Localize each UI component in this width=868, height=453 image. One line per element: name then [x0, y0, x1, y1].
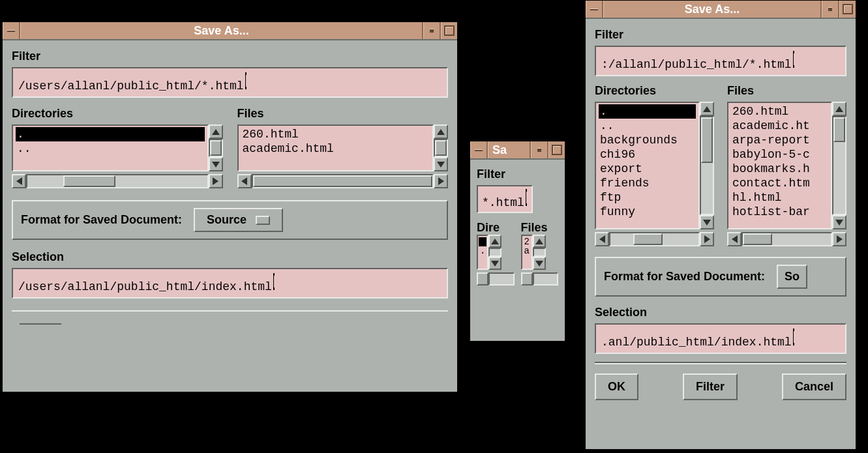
scroll-right-icon[interactable] — [434, 174, 448, 188]
list-item[interactable]: .. — [16, 141, 205, 156]
list-item[interactable]: funny — [599, 205, 696, 219]
files-hscroll[interactable] — [237, 174, 449, 188]
selection-label: Selection — [595, 306, 846, 319]
window-menu-icon[interactable] — [3, 22, 20, 39]
minimize-icon[interactable] — [423, 22, 441, 39]
list-item[interactable]: bookmarks.h — [731, 162, 828, 176]
filter-label: Filter — [477, 168, 558, 181]
scroll-down-icon[interactable] — [533, 257, 546, 270]
window-menu-icon[interactable] — [586, 1, 603, 18]
directories-list[interactable]: ...backgroundschi96exportfriendsftpfunny — [595, 102, 700, 229]
window-title: Sa — [488, 141, 531, 158]
format-dropdown[interactable]: So — [777, 265, 807, 289]
scroll-up-icon[interactable] — [488, 235, 501, 248]
filter-input[interactable]: :/allanl/public_html/*.html — [595, 46, 846, 76]
window-menu-icon[interactable] — [470, 141, 488, 158]
files-vscroll[interactable] — [434, 124, 448, 171]
files-vscroll[interactable] — [832, 102, 846, 229]
scroll-down-icon[interactable] — [832, 215, 846, 229]
maximize-icon[interactable] — [548, 141, 565, 158]
scroll-left-icon[interactable] — [477, 272, 488, 285]
files-label: Files — [727, 84, 846, 98]
files-list[interactable]: 260.htmlacademic.htarpa-reportbabylon-5-… — [727, 102, 832, 229]
list-item[interactable]: backgrounds — [599, 133, 696, 147]
ok-button[interactable]: OK — [595, 373, 638, 400]
list-item[interactable]: babylon-5-c — [731, 147, 828, 162]
files-label: Files — [521, 221, 559, 235]
selection-input[interactable]: .anl/public_html/index.html — [595, 323, 846, 354]
scroll-up-icon[interactable] — [832, 102, 846, 116]
list-item[interactable]: arpa-report — [731, 133, 828, 147]
directories-label: Dire — [477, 221, 515, 235]
selection-input[interactable]: /users/allanl/public_html/index.html — [12, 268, 448, 299]
filter-button[interactable]: Filter — [683, 373, 738, 400]
scroll-up-icon[interactable] — [434, 124, 448, 139]
directories-label: Directories — [595, 84, 714, 98]
scroll-left-icon[interactable] — [727, 232, 741, 246]
format-label: Format for Saved Document: — [21, 213, 182, 227]
list-item[interactable]: 260.html — [731, 104, 828, 119]
list-item[interactable]: academic.ht — [731, 119, 828, 133]
files-hscroll[interactable] — [727, 232, 846, 246]
scroll-left-icon[interactable] — [237, 174, 252, 188]
list-item[interactable]: 260.html — [241, 127, 430, 141]
list-item[interactable]: hotlist-bar — [731, 205, 828, 219]
minimize-icon[interactable] — [822, 1, 839, 18]
format-value: So — [785, 270, 800, 284]
files-label: Files — [237, 107, 449, 121]
scroll-left-icon[interactable] — [12, 174, 26, 188]
files-list[interactable]: 2 a — [521, 235, 533, 270]
scroll-right-icon[interactable] — [700, 232, 714, 246]
directories-hscroll[interactable] — [12, 174, 223, 188]
directories-list[interactable]: ... — [12, 124, 209, 171]
files-hscroll[interactable] — [521, 272, 559, 285]
maximize-icon[interactable] — [441, 22, 457, 39]
titlebar[interactable]: Save As... — [586, 1, 856, 19]
window-title: Save As... — [20, 22, 423, 39]
list-item[interactable]: hl.html — [731, 190, 828, 205]
format-value: Source — [207, 213, 247, 227]
format-dropdown[interactable]: Source — [194, 208, 283, 232]
directories-hscroll[interactable] — [477, 272, 515, 285]
list-item[interactable]: .. — [599, 119, 696, 133]
list-item[interactable]: . — [16, 127, 205, 141]
scroll-down-icon[interactable] — [209, 157, 223, 171]
scroll-down-icon[interactable] — [488, 257, 501, 270]
files-vscroll[interactable] — [533, 235, 546, 270]
scroll-down-icon[interactable] — [700, 215, 714, 229]
scroll-left-icon[interactable] — [521, 272, 533, 285]
directories-vscroll[interactable] — [209, 124, 223, 171]
list-item[interactable]: export — [599, 162, 696, 176]
save-as-dialog-tiny: Sa Filter *.html Dire . — [470, 141, 565, 342]
titlebar[interactable]: Sa — [470, 141, 565, 160]
list-item[interactable]: ftp — [599, 190, 696, 205]
filter-label: Filter — [595, 28, 846, 42]
list-item[interactable]: academic.html — [241, 141, 430, 156]
selection-label: Selection — [12, 250, 448, 264]
cancel-button[interactable]: Cancel — [782, 373, 846, 400]
list-item[interactable]: friends — [599, 176, 696, 190]
list-item[interactable]: contact.htm — [731, 176, 828, 190]
scroll-right-icon[interactable] — [832, 232, 846, 246]
directories-vscroll[interactable] — [488, 235, 501, 270]
filter-label: Filter — [12, 50, 448, 63]
directories-hscroll[interactable] — [595, 232, 714, 246]
dialog-footer — [12, 310, 448, 330]
files-list[interactable]: 260.htmlacademic.html — [237, 124, 434, 171]
scroll-up-icon[interactable] — [533, 235, 546, 248]
filter-input[interactable]: /users/allanl/public_html/*.html — [12, 67, 448, 98]
scroll-down-icon[interactable] — [434, 157, 448, 171]
directories-vscroll[interactable] — [700, 102, 714, 229]
scroll-up-icon[interactable] — [209, 124, 223, 139]
scroll-right-icon[interactable] — [209, 174, 223, 188]
titlebar[interactable]: Save As... — [3, 22, 457, 40]
directories-list[interactable]: . — [477, 235, 488, 270]
list-item[interactable]: . — [599, 104, 696, 119]
maximize-icon[interactable] — [839, 1, 856, 18]
list-item[interactable]: chi96 — [599, 147, 696, 162]
scroll-left-icon[interactable] — [595, 232, 609, 246]
scroll-up-icon[interactable] — [700, 102, 714, 116]
format-panel: Format for Saved Document: Source — [12, 200, 448, 240]
filter-input[interactable]: *.html — [477, 185, 533, 213]
minimize-icon[interactable] — [531, 141, 548, 158]
